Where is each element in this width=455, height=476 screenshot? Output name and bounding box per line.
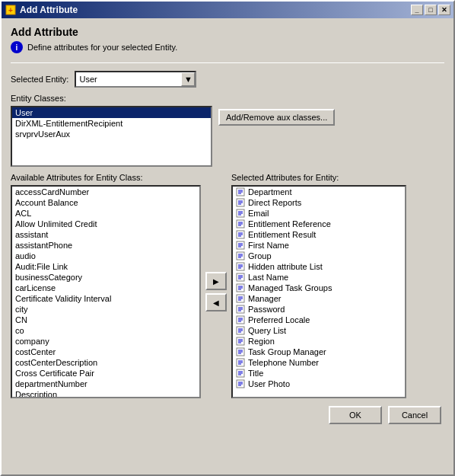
subtitle-text: Define attributes for your selected Enti…: [27, 43, 177, 52]
ok-button[interactable]: OK: [329, 406, 382, 424]
info-icon: i: [11, 41, 23, 53]
transfer-right-button[interactable]: ▶: [205, 272, 227, 290]
selected-attribute-item[interactable]: Region: [233, 336, 405, 347]
attribute-icon: [236, 347, 245, 356]
selected-attribute-item[interactable]: Password: [233, 304, 405, 315]
available-attribute-item[interactable]: businessCategory: [12, 272, 199, 283]
classes-label: Entity Classes:: [11, 94, 444, 103]
bottom-buttons: OK Cancel: [11, 406, 444, 424]
attribute-icon: [236, 251, 245, 260]
available-attribute-item[interactable]: costCenter: [12, 347, 199, 357]
dialog-content: Add Attribute i Define attributes for yo…: [2, 18, 453, 432]
minimize-button[interactable]: _: [411, 5, 423, 15]
attribute-name: Task Group Manager: [248, 347, 326, 356]
attribute-icon: [236, 379, 245, 388]
selected-attribute-item[interactable]: Query List: [233, 325, 405, 336]
available-attribute-item[interactable]: Audit:File Link: [12, 261, 199, 272]
available-attribute-item[interactable]: company: [12, 336, 199, 347]
transfer-buttons: ▶ ◀: [201, 173, 231, 311]
selected-attribute-item[interactable]: Task Group Manager: [233, 347, 405, 357]
attribute-name: Email: [248, 209, 269, 218]
selected-attribute-item[interactable]: User Photo: [233, 379, 405, 389]
available-attribute-item[interactable]: co: [12, 325, 199, 336]
add-attribute-window: + Add Attribute _ □ ✕ Add Attribute i De…: [0, 0, 455, 476]
selected-attribute-item[interactable]: Manager: [233, 293, 405, 304]
available-attribute-item[interactable]: assistantPhone: [12, 240, 199, 251]
selected-attribute-item[interactable]: Hidden attribute List: [233, 261, 405, 272]
selected-attribute-item[interactable]: Entitlement Result: [233, 229, 405, 240]
available-attribute-item[interactable]: Cross Certificate Pair: [12, 368, 199, 379]
available-attribute-item[interactable]: ACL: [12, 208, 199, 219]
attribute-name: Query List: [248, 326, 286, 335]
available-attribute-item[interactable]: accessCardNumber: [12, 187, 199, 197]
attribute-icon: [236, 198, 245, 207]
available-attribute-item[interactable]: costCenterDescription: [12, 357, 199, 368]
bottom-area: Available Attributes for Entity Class: a…: [11, 173, 444, 398]
attribute-icon: [236, 187, 245, 196]
selected-attribute-item[interactable]: Last Name: [233, 272, 405, 283]
attribute-icon: [236, 283, 245, 292]
selected-label: Selected Attributes for Entity:: [231, 173, 406, 182]
selected-attribute-item[interactable]: Direct Reports: [233, 197, 405, 208]
svg-text:+: +: [8, 6, 13, 14]
attribute-icon: [236, 273, 245, 282]
available-attribute-item[interactable]: Certificate Validity Interval: [12, 293, 199, 304]
selected-attribute-item[interactable]: Email: [233, 208, 405, 219]
entity-label: Selected Entity:: [11, 75, 68, 84]
attribute-icon: [236, 369, 245, 378]
available-attribute-item[interactable]: carLicense: [12, 283, 199, 293]
entity-dropdown[interactable]: User: [75, 71, 196, 88]
available-attribute-item[interactable]: CN: [12, 315, 199, 325]
aux-btn-container: Add/Remove aux classes...: [218, 106, 335, 167]
available-label: Available Attributes for Entity Class:: [11, 173, 201, 182]
attribute-name: Manager: [248, 294, 281, 303]
selected-attribute-item[interactable]: Department: [233, 187, 405, 197]
selected-attribute-item[interactable]: Managed Task Groups: [233, 283, 405, 293]
selected-attribute-item[interactable]: Title: [233, 368, 405, 379]
attribute-icon: [236, 241, 245, 250]
close-button[interactable]: ✕: [438, 5, 450, 15]
attribute-name: Entitlement Result: [248, 230, 316, 239]
attribute-icon: [236, 262, 245, 271]
cancel-button[interactable]: Cancel: [388, 406, 441, 424]
attribute-name: Direct Reports: [248, 198, 301, 207]
divider: [11, 62, 444, 63]
entity-row: Selected Entity: User ▼: [11, 71, 444, 88]
entity-classes-listbox[interactable]: UserDirXML-EntitlementRecipientsrvprvUse…: [11, 106, 212, 167]
available-attribute-item[interactable]: Description: [12, 389, 199, 398]
entity-class-item[interactable]: srvprvUserAux: [12, 129, 211, 139]
attribute-name: User Photo: [248, 379, 290, 388]
titlebar-title: Add Attribute: [20, 5, 411, 15]
available-attributes-listbox[interactable]: accessCardNumberAccount BalanceACLAllow …: [11, 185, 201, 398]
attribute-name: Last Name: [248, 273, 288, 282]
available-attribute-item[interactable]: assistant: [12, 229, 199, 240]
available-attribute-item[interactable]: city: [12, 304, 199, 315]
available-attribute-item[interactable]: audio: [12, 251, 199, 261]
attribute-name: Preferred Locale: [248, 315, 310, 324]
attribute-icon: [236, 230, 245, 239]
attribute-icon: [236, 294, 245, 303]
attribute-icon: [236, 337, 245, 346]
main-title: Add Attribute: [11, 26, 444, 38]
entity-class-item[interactable]: DirXML-EntitlementRecipient: [12, 118, 211, 129]
selected-attribute-item[interactable]: Preferred Locale: [233, 315, 405, 325]
available-attribute-item[interactable]: departmentNumber: [12, 379, 199, 389]
maximize-button[interactable]: □: [425, 5, 437, 15]
attribute-icon: [236, 358, 245, 367]
attribute-name: Department: [248, 187, 291, 196]
attribute-name: Region: [248, 337, 275, 346]
attribute-icon: [236, 219, 245, 228]
attribute-name: Managed Task Groups: [248, 283, 332, 292]
selected-attribute-item[interactable]: Group: [233, 251, 405, 261]
selected-attributes-listbox[interactable]: DepartmentDirect ReportsEmailEntitlement…: [231, 185, 406, 398]
selected-attribute-item[interactable]: First Name: [233, 240, 405, 251]
entity-class-item[interactable]: User: [12, 107, 211, 118]
selected-attribute-item[interactable]: Entitlement Reference: [233, 219, 405, 229]
add-remove-aux-button[interactable]: Add/Remove aux classes...: [218, 109, 335, 126]
transfer-left-button[interactable]: ◀: [205, 293, 227, 311]
selected-attribute-item[interactable]: Telephone Number: [233, 357, 405, 368]
titlebar-icon: +: [5, 4, 17, 16]
available-attribute-item[interactable]: Account Balance: [12, 197, 199, 208]
available-attribute-item[interactable]: Allow Unlimited Credit: [12, 219, 199, 229]
titlebar-buttons: _ □ ✕: [411, 5, 450, 15]
